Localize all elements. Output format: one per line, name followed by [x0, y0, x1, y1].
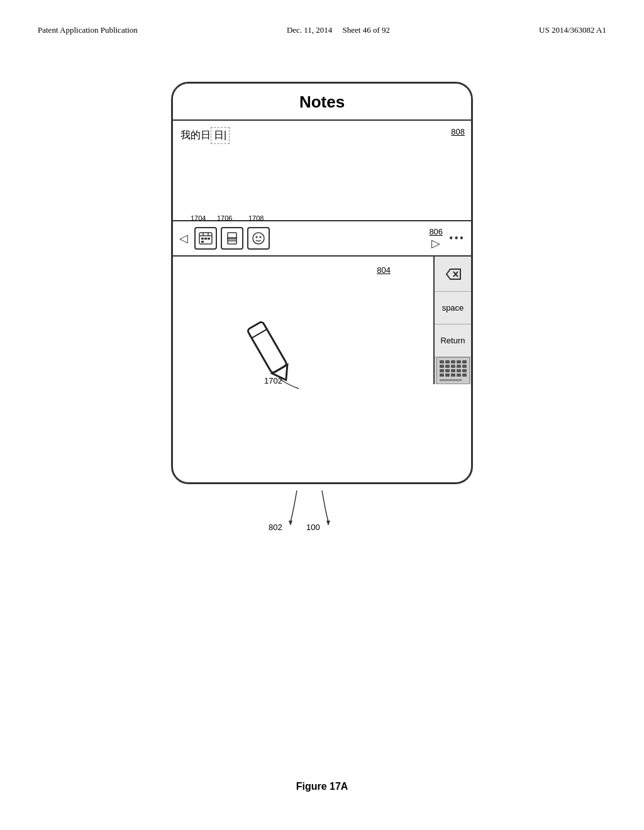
keyboard-grid-icon: [436, 357, 470, 384]
toolbar-right: 806 ▷ •••: [429, 227, 465, 250]
svg-rect-14: [247, 321, 287, 374]
figure-caption: Figure 17A: [0, 781, 644, 792]
delete-icon: [441, 265, 464, 283]
icon-1704[interactable]: 1704: [194, 227, 217, 250]
back-button[interactable]: ◁: [179, 231, 188, 245]
keyboard-sidebar: space Return: [433, 257, 471, 384]
delete-button[interactable]: [435, 257, 471, 292]
stacked-squares-icon: [225, 231, 240, 246]
ref-100-bottom: 100: [306, 523, 320, 532]
svg-rect-6: [208, 238, 210, 240]
svg-marker-19: [289, 521, 292, 526]
tablet-device: Notes 808 我的日日| ◁ 1704: [171, 82, 473, 484]
svg-point-11: [253, 233, 264, 244]
ref-1706: 1706: [217, 214, 232, 222]
return-button[interactable]: Return: [435, 324, 471, 357]
illustration-container: Notes 808 我的日日| ◁ 1704: [75, 82, 569, 641]
svg-rect-4: [201, 238, 204, 240]
ref-804-label: 804: [377, 265, 391, 275]
ref-1708: 1708: [248, 214, 264, 222]
patent-header: Patent Application Publication Dec. 11, …: [38, 25, 606, 35]
notes-title-bar: Notes: [173, 84, 471, 121]
header-center: Dec. 11, 2014 Sheet 46 of 92: [287, 25, 390, 35]
text-cursor-box: 日|: [211, 127, 230, 144]
emoji-icon: [251, 231, 266, 246]
icon-1708[interactable]: 1708: [247, 227, 270, 250]
keyboard-toggle-button[interactable]: [435, 357, 471, 384]
notes-title: Notes: [299, 92, 345, 111]
ref-806-container: 806 ▷: [429, 227, 443, 250]
callout-labels: 802 100: [171, 484, 473, 534]
svg-point-13: [260, 236, 262, 238]
ref-806: 806: [429, 227, 443, 236]
keyboard-area: 804 1702: [173, 257, 471, 384]
forward-button[interactable]: ▷: [431, 236, 440, 250]
svg-rect-5: [204, 238, 207, 240]
toolbar-area: ◁ 1704 1706: [173, 221, 471, 257]
header-left: Patent Application Publication: [38, 25, 138, 35]
calendar-icon: [198, 231, 213, 246]
space-button[interactable]: space: [435, 292, 471, 324]
ref-808-label: 808: [451, 127, 465, 136]
svg-marker-20: [326, 521, 330, 526]
ref-1704: 1704: [191, 214, 206, 222]
header-right: US 2014/363082 A1: [539, 25, 606, 35]
icon-1706[interactable]: 1706: [221, 227, 243, 250]
notes-text: 我的日日|: [180, 130, 230, 140]
more-options-button[interactable]: •••: [449, 232, 465, 245]
ref-1702-label: 1702: [264, 376, 282, 385]
keyboard-main: 804 1702: [173, 257, 433, 384]
ref-802-bottom: 802: [269, 523, 282, 532]
svg-point-12: [256, 236, 258, 238]
notes-content-area: 808 我的日日|: [173, 121, 471, 221]
callout-svg: [171, 484, 473, 534]
svg-rect-7: [201, 241, 204, 243]
svg-line-16: [252, 329, 267, 338]
